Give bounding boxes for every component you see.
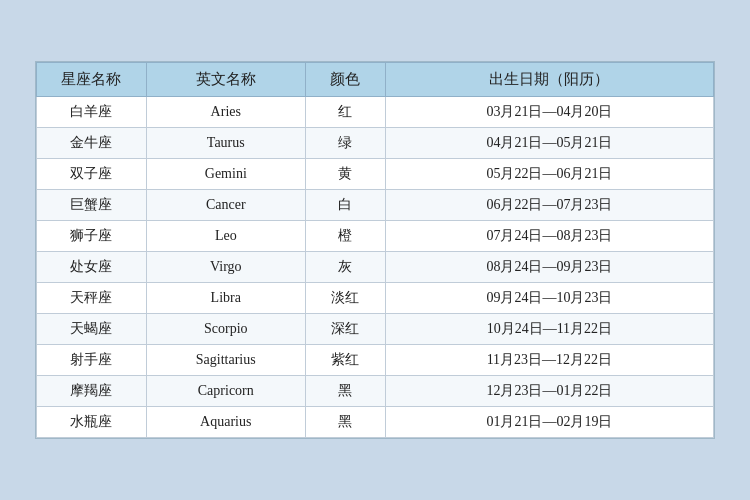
zodiac-table-container: 星座名称 英文名称 颜色 出生日期（阳历） 白羊座Aries红03月21日—04… [35,61,715,439]
cell-color: 淡红 [306,283,386,314]
cell-color: 黑 [306,376,386,407]
cell-chinese: 狮子座 [37,221,147,252]
cell-chinese: 巨蟹座 [37,190,147,221]
cell-date: 07月24日—08月23日 [385,221,713,252]
cell-chinese: 双子座 [37,159,147,190]
cell-color: 深红 [306,314,386,345]
cell-color: 黄 [306,159,386,190]
cell-date: 04月21日—05月21日 [385,128,713,159]
cell-chinese: 水瓶座 [37,407,147,438]
cell-color: 红 [306,97,386,128]
zodiac-table: 星座名称 英文名称 颜色 出生日期（阳历） 白羊座Aries红03月21日—04… [36,62,714,438]
cell-color: 紫红 [306,345,386,376]
header-english: 英文名称 [146,63,306,97]
table-row: 巨蟹座Cancer白06月22日—07月23日 [37,190,714,221]
table-row: 金牛座Taurus绿04月21日—05月21日 [37,128,714,159]
cell-color: 绿 [306,128,386,159]
cell-date: 01月21日—02月19日 [385,407,713,438]
table-body: 白羊座Aries红03月21日—04月20日金牛座Taurus绿04月21日—0… [37,97,714,438]
cell-date: 05月22日—06月21日 [385,159,713,190]
cell-color: 橙 [306,221,386,252]
table-row: 白羊座Aries红03月21日—04月20日 [37,97,714,128]
cell-english: Scorpio [146,314,306,345]
cell-chinese: 处女座 [37,252,147,283]
cell-english: Sagittarius [146,345,306,376]
cell-chinese: 射手座 [37,345,147,376]
cell-chinese: 金牛座 [37,128,147,159]
cell-english: Capricorn [146,376,306,407]
table-row: 水瓶座Aquarius黑01月21日—02月19日 [37,407,714,438]
cell-date: 03月21日—04月20日 [385,97,713,128]
cell-english: Gemini [146,159,306,190]
cell-chinese: 天秤座 [37,283,147,314]
cell-chinese: 白羊座 [37,97,147,128]
cell-english: Cancer [146,190,306,221]
cell-english: Taurus [146,128,306,159]
cell-english: Aries [146,97,306,128]
table-row: 射手座Sagittarius紫红11月23日—12月22日 [37,345,714,376]
table-row: 处女座Virgo灰08月24日—09月23日 [37,252,714,283]
cell-english: Virgo [146,252,306,283]
header-date: 出生日期（阳历） [385,63,713,97]
cell-color: 灰 [306,252,386,283]
cell-date: 10月24日—11月22日 [385,314,713,345]
cell-date: 12月23日—01月22日 [385,376,713,407]
table-row: 双子座Gemini黄05月22日—06月21日 [37,159,714,190]
cell-color: 黑 [306,407,386,438]
cell-color: 白 [306,190,386,221]
header-color: 颜色 [306,63,386,97]
cell-date: 08月24日—09月23日 [385,252,713,283]
table-row: 摩羯座Capricorn黑12月23日—01月22日 [37,376,714,407]
cell-english: Leo [146,221,306,252]
cell-date: 09月24日—10月23日 [385,283,713,314]
cell-date: 11月23日—12月22日 [385,345,713,376]
table-row: 狮子座Leo橙07月24日—08月23日 [37,221,714,252]
cell-date: 06月22日—07月23日 [385,190,713,221]
cell-english: Aquarius [146,407,306,438]
header-chinese: 星座名称 [37,63,147,97]
cell-chinese: 摩羯座 [37,376,147,407]
cell-english: Libra [146,283,306,314]
cell-chinese: 天蝎座 [37,314,147,345]
table-header-row: 星座名称 英文名称 颜色 出生日期（阳历） [37,63,714,97]
table-row: 天蝎座Scorpio深红10月24日—11月22日 [37,314,714,345]
table-row: 天秤座Libra淡红09月24日—10月23日 [37,283,714,314]
